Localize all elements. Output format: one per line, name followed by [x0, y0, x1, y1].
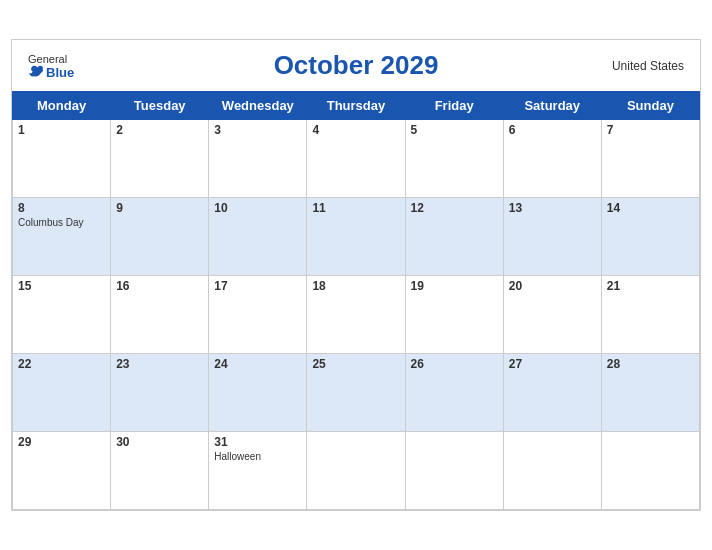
calendar-day-cell: 2	[111, 120, 209, 198]
calendar-day-cell: 6	[503, 120, 601, 198]
calendar-day-cell: 27	[503, 354, 601, 432]
day-number: 21	[607, 279, 694, 293]
calendar-day-cell: 24	[209, 354, 307, 432]
calendar-day-cell	[307, 432, 405, 510]
day-number: 29	[18, 435, 105, 449]
day-number: 23	[116, 357, 203, 371]
day-number: 5	[411, 123, 498, 137]
calendar-day-cell: 22	[13, 354, 111, 432]
country-label: United States	[612, 59, 684, 73]
day-number: 25	[312, 357, 399, 371]
calendar-day-cell: 30	[111, 432, 209, 510]
calendar-day-cell: 4	[307, 120, 405, 198]
calendar-day-cell	[601, 432, 699, 510]
day-number: 26	[411, 357, 498, 371]
calendar-day-cell: 16	[111, 276, 209, 354]
calendar-day-cell: 13	[503, 198, 601, 276]
holiday-label: Halloween	[214, 451, 301, 462]
logo-general-text: General	[28, 52, 67, 64]
calendar-day-cell: 25	[307, 354, 405, 432]
day-number: 22	[18, 357, 105, 371]
calendar-day-cell: 5	[405, 120, 503, 198]
logo-area: General Blue	[28, 52, 74, 79]
day-number: 6	[509, 123, 596, 137]
calendar-day-cell: 14	[601, 198, 699, 276]
calendar-week-row: 8Columbus Day91011121314	[13, 198, 700, 276]
day-number: 1	[18, 123, 105, 137]
calendar-day-cell	[503, 432, 601, 510]
calendar-day-cell: 3	[209, 120, 307, 198]
day-number: 27	[509, 357, 596, 371]
day-number: 15	[18, 279, 105, 293]
calendar-day-cell: 10	[209, 198, 307, 276]
day-number: 13	[509, 201, 596, 215]
day-number: 10	[214, 201, 301, 215]
calendar-day-cell: 9	[111, 198, 209, 276]
day-number: 11	[312, 201, 399, 215]
day-number: 8	[18, 201, 105, 215]
col-sunday: Sunday	[601, 92, 699, 120]
calendar-day-cell: 29	[13, 432, 111, 510]
day-number: 14	[607, 201, 694, 215]
calendar-day-cell: 7	[601, 120, 699, 198]
calendar-day-cell: 12	[405, 198, 503, 276]
calendar-day-cell: 18	[307, 276, 405, 354]
calendar-day-cell: 15	[13, 276, 111, 354]
logo-blue-text: Blue	[28, 64, 74, 79]
holiday-label: Columbus Day	[18, 217, 105, 228]
calendar-day-cell: 11	[307, 198, 405, 276]
day-number: 28	[607, 357, 694, 371]
calendar-day-cell: 28	[601, 354, 699, 432]
calendar-header: General Blue October 2029 United States	[12, 40, 700, 91]
calendar-day-cell: 19	[405, 276, 503, 354]
day-number: 7	[607, 123, 694, 137]
day-number: 16	[116, 279, 203, 293]
day-number: 4	[312, 123, 399, 137]
logo-bird-icon	[28, 65, 44, 79]
calendar-day-cell: 20	[503, 276, 601, 354]
day-number: 20	[509, 279, 596, 293]
col-thursday: Thursday	[307, 92, 405, 120]
col-tuesday: Tuesday	[111, 92, 209, 120]
calendar-header-row: Monday Tuesday Wednesday Thursday Friday…	[13, 92, 700, 120]
col-friday: Friday	[405, 92, 503, 120]
col-monday: Monday	[13, 92, 111, 120]
calendar-day-cell: 31Halloween	[209, 432, 307, 510]
day-number: 9	[116, 201, 203, 215]
calendar-week-row: 15161718192021	[13, 276, 700, 354]
day-number: 17	[214, 279, 301, 293]
calendar-week-row: 22232425262728	[13, 354, 700, 432]
calendar-table: Monday Tuesday Wednesday Thursday Friday…	[12, 91, 700, 510]
calendar-day-cell	[405, 432, 503, 510]
calendar-day-cell: 26	[405, 354, 503, 432]
day-number: 24	[214, 357, 301, 371]
calendar-day-cell: 21	[601, 276, 699, 354]
day-number: 31	[214, 435, 301, 449]
calendar-day-cell: 8Columbus Day	[13, 198, 111, 276]
day-number: 12	[411, 201, 498, 215]
calendar-title: October 2029	[274, 50, 439, 81]
day-number: 19	[411, 279, 498, 293]
calendar-week-row: 293031Halloween	[13, 432, 700, 510]
calendar-day-cell: 17	[209, 276, 307, 354]
calendar-container: General Blue October 2029 United States …	[11, 39, 701, 511]
day-number: 18	[312, 279, 399, 293]
day-number: 2	[116, 123, 203, 137]
col-saturday: Saturday	[503, 92, 601, 120]
col-wednesday: Wednesday	[209, 92, 307, 120]
calendar-day-cell: 1	[13, 120, 111, 198]
day-number: 3	[214, 123, 301, 137]
day-number: 30	[116, 435, 203, 449]
calendar-day-cell: 23	[111, 354, 209, 432]
calendar-week-row: 1234567	[13, 120, 700, 198]
